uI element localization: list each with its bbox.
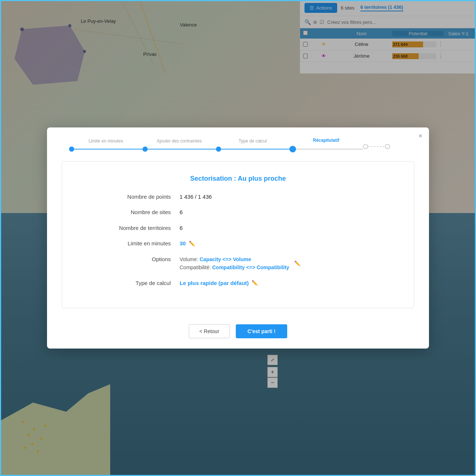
options-edit-icon[interactable]: ✏️ bbox=[294, 260, 300, 267]
info-row-sites: Nombre de sites 6 bbox=[84, 208, 392, 217]
step-2-label: Ajouter des contraintes bbox=[157, 138, 202, 144]
volume-label: Volume: bbox=[180, 256, 198, 262]
step-1-dot bbox=[69, 147, 74, 152]
modal-backdrop: × Limite en minutes Ajouter des contrain… bbox=[0, 0, 476, 476]
modal-close-button[interactable]: × bbox=[418, 133, 422, 139]
options-text: Volume: Capacity <=> Volume Compatibilit… bbox=[180, 255, 289, 272]
calcul-label: Type de calcul bbox=[84, 279, 180, 288]
step-connector-4a bbox=[296, 149, 363, 149]
territoires-value: 6 bbox=[180, 224, 183, 232]
step-6 bbox=[385, 141, 407, 149]
info-row-limite: Limite en minutes 30 ✏️ bbox=[84, 239, 392, 248]
territoires-label: Nombre de territoires bbox=[84, 224, 180, 232]
step-4-dot bbox=[289, 146, 296, 152]
step-2: Ajouter des contraintes bbox=[143, 138, 216, 152]
step-5-dot bbox=[363, 144, 368, 149]
compatibilite-value: Compatibility <=> Compatibility bbox=[212, 264, 289, 270]
modal-footer: < Retour C'est parti ! bbox=[47, 317, 429, 349]
step-3-dot bbox=[216, 147, 221, 152]
step-connector-3 bbox=[221, 149, 289, 149]
step-connector-5 bbox=[368, 146, 385, 147]
back-button[interactable]: < Retour bbox=[189, 324, 230, 338]
limite-edit-icon[interactable]: ✏️ bbox=[189, 240, 195, 248]
calcul-edit-icon[interactable]: ✏️ bbox=[252, 279, 258, 287]
stepper: Limite en minutes Ajouter des contrainte… bbox=[47, 127, 429, 152]
step-1: Limite en minutes bbox=[69, 138, 143, 152]
limite-label: Limite en minutes bbox=[84, 239, 180, 248]
step-2-dot bbox=[143, 147, 148, 152]
options-value-container: Volume: Capacity <=> Volume Compatibilit… bbox=[180, 255, 300, 272]
step-1-label: Limite en minutes bbox=[89, 138, 123, 144]
limite-value: 30 bbox=[180, 239, 186, 248]
limite-value-container: 30 ✏️ bbox=[180, 239, 195, 248]
info-row-options: Options Volume: Capacity <=> Volume Comp… bbox=[84, 255, 392, 272]
modal-title: Sectorisation : Au plus proche bbox=[84, 175, 392, 183]
start-button[interactable]: C'est parti ! bbox=[236, 324, 287, 338]
compatibilite-label: Compatibilité: bbox=[180, 264, 211, 270]
step-connector-2 bbox=[148, 149, 216, 149]
volume-value: Capacity <=> Volume bbox=[199, 256, 251, 262]
step-4-label: Récapitulatif bbox=[313, 138, 339, 143]
sites-label: Nombre de sites bbox=[84, 208, 180, 217]
step-4: Récapitulatif bbox=[289, 138, 363, 152]
step-3-label: Type de calcul bbox=[239, 138, 267, 144]
modal-dialog: × Limite en minutes Ajouter des contrain… bbox=[47, 127, 429, 349]
step-6-dot bbox=[385, 144, 390, 149]
step-5 bbox=[363, 141, 385, 149]
info-row-calcul: Type de calcul Le plus rapide (par défau… bbox=[84, 279, 392, 288]
calcul-value: Le plus rapide (par défaut) bbox=[180, 279, 249, 288]
points-label: Nombre de points bbox=[84, 193, 180, 201]
options-label: Options bbox=[84, 255, 180, 264]
step-3: Type de calcul bbox=[216, 138, 289, 152]
step-connector-1 bbox=[74, 149, 143, 149]
info-row-territoires: Nombre de territoires 6 bbox=[84, 224, 392, 232]
calcul-value-container: Le plus rapide (par défaut) ✏️ bbox=[180, 279, 258, 288]
points-value: 1 436 / 1 436 bbox=[180, 193, 212, 201]
modal-content: Sectorisation : Au plus proche Nombre de… bbox=[62, 161, 414, 308]
sites-value: 6 bbox=[180, 208, 183, 217]
info-row-points: Nombre de points 1 436 / 1 436 bbox=[84, 193, 392, 201]
